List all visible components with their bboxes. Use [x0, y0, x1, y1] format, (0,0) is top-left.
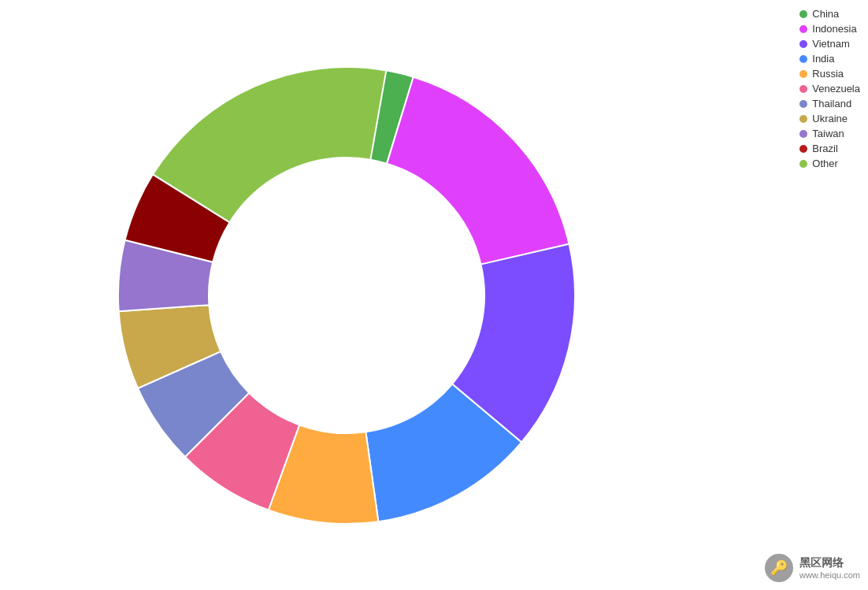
- legend-item-other: Other: [799, 158, 860, 169]
- legend-item-venezuela: Venezuela: [799, 83, 860, 95]
- chart-container: China Indonesia Vietnam India Russia Ven…: [0, 0, 868, 590]
- legend-label: Russia: [812, 68, 844, 80]
- legend-label: India: [812, 53, 834, 65]
- donut-chart: [39, 16, 654, 575]
- legend-dot: [799, 25, 807, 33]
- legend-dot: [799, 160, 807, 168]
- legend-dot: [799, 40, 807, 48]
- chart-legend: China Indonesia Vietnam India Russia Ven…: [799, 8, 860, 169]
- legend-dot: [799, 55, 807, 63]
- legend-dot: [799, 70, 807, 78]
- legend-label: Thailand: [812, 98, 851, 109]
- legend-item-vietnam: Vietnam: [799, 38, 860, 50]
- legend-dot: [799, 100, 807, 108]
- legend-label: Brazil: [812, 143, 838, 154]
- watermark: 🔑 黑区网络 www.heiqu.com: [765, 554, 860, 582]
- legend-label: Vietnam: [812, 38, 849, 50]
- legend-label: Taiwan: [812, 128, 844, 139]
- legend-item-china: China: [799, 8, 860, 20]
- legend-dot: [799, 85, 807, 93]
- legend-item-india: India: [799, 53, 860, 65]
- legend-label: Ukraine: [812, 113, 848, 124]
- legend-dot: [799, 145, 807, 153]
- legend-item-russia: Russia: [799, 68, 860, 80]
- watermark-info: 黑区网络 www.heiqu.com: [799, 556, 860, 580]
- watermark-icon: 🔑: [765, 554, 793, 582]
- legend-item-taiwan: Taiwan: [799, 128, 860, 139]
- legend-dot: [799, 115, 807, 123]
- legend-label: Indonesia: [812, 23, 856, 35]
- legend-label: Other: [812, 158, 838, 169]
- segment-indonesia: [387, 77, 569, 265]
- legend-item-brazil: Brazil: [799, 143, 860, 154]
- legend-item-thailand: Thailand: [799, 98, 860, 109]
- legend-label: Venezuela: [812, 83, 860, 95]
- legend-item-indonesia: Indonesia: [799, 23, 860, 35]
- watermark-url: www.heiqu.com: [799, 570, 860, 580]
- legend-label: China: [812, 8, 839, 20]
- legend-dot: [799, 130, 807, 138]
- legend-item-ukraine: Ukraine: [799, 113, 860, 124]
- watermark-site: 黑区网络: [799, 556, 860, 570]
- legend-dot: [799, 10, 807, 18]
